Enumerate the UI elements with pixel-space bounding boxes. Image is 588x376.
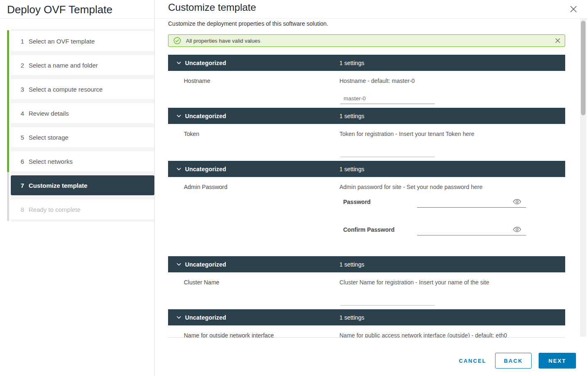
next-button[interactable]: NEXT xyxy=(539,353,576,369)
step-number: 3 xyxy=(20,86,25,93)
section-title: Uncategorized xyxy=(185,60,226,66)
step-label: Review details xyxy=(29,110,69,117)
property-row-cluster-name: Cluster NameCluster Name for registratio… xyxy=(168,272,565,309)
step-label: Select networks xyxy=(29,158,73,165)
property-row-hostname: HostnameHostname - default: master-0 xyxy=(168,71,565,108)
dialog-header-divider xyxy=(0,18,588,19)
cancel-button[interactable]: CANCEL xyxy=(457,358,488,364)
password-input[interactable] xyxy=(417,195,508,207)
step-number: 1 xyxy=(20,38,25,45)
section-title: Uncategorized xyxy=(185,113,226,119)
property-section-5: Uncategorized1 settingsName for outside … xyxy=(168,309,565,338)
password-field-label: Confirm Password xyxy=(343,226,395,233)
property-description: Token for registration - Insert your ten… xyxy=(339,131,474,137)
chevron-down-icon xyxy=(176,167,181,171)
eye-icon[interactable] xyxy=(513,199,521,204)
property-description: Hostname - default: master-0 xyxy=(339,78,415,84)
wizard-step-ready-to-complete: 8Ready to complete xyxy=(11,199,154,219)
confirm-password-input-box xyxy=(417,223,526,235)
banner-dismiss-icon[interactable] xyxy=(554,38,561,44)
section-title: Uncategorized xyxy=(185,314,226,321)
step-label: Customize template xyxy=(29,182,88,189)
scrollbar-thumb[interactable] xyxy=(581,21,586,115)
property-section-1: Uncategorized1 settingsHostnameHostname … xyxy=(168,55,565,108)
property-description: Admin password for site - Set your node … xyxy=(339,184,483,190)
wizard-step-select-networks[interactable]: 6Select networks xyxy=(11,151,154,171)
step-label: Select an OVF template xyxy=(29,38,95,45)
password-field-label: Password xyxy=(343,199,371,205)
wizard-step-select-an-ovf-template[interactable]: 1Select an OVF template xyxy=(11,31,154,51)
progress-completed-bar xyxy=(7,30,9,172)
wizard-step-select-a-name-and-folder[interactable]: 2Select a name and folder xyxy=(11,55,154,75)
step-label: Ready to complete xyxy=(29,206,81,213)
step-number: 5 xyxy=(20,134,25,141)
scrollbar-track[interactable] xyxy=(580,19,586,337)
customize-template-content: All properties have valid values Uncateg… xyxy=(168,34,565,338)
property-label: Cluster Name xyxy=(184,279,220,286)
property-label: Hostname xyxy=(184,78,210,84)
property-section-4: Uncategorized1 settingsCluster NameClust… xyxy=(168,256,565,309)
property-description: Name for public access network interface… xyxy=(339,332,507,338)
property-label: Token xyxy=(184,131,199,137)
step-label: Select storage xyxy=(29,134,68,141)
chevron-down-icon xyxy=(176,61,181,65)
step-number: 6 xyxy=(20,158,25,165)
property-section-3: Uncategorized1 settingsAdmin PasswordAdm… xyxy=(168,161,565,256)
wizard-step-review-details[interactable]: 4Review details xyxy=(11,103,154,123)
property-row-admin-password: Admin PasswordAdmin password for site - … xyxy=(168,177,565,256)
section-settings-count: 1 settings xyxy=(339,314,364,321)
wizard-step-list: 1Select an OVF template2Select a name an… xyxy=(11,29,154,222)
wizard-title: Deploy OVF Template xyxy=(0,0,154,16)
password-input-row: Password xyxy=(343,195,526,208)
step-number: 4 xyxy=(20,110,25,117)
property-section-2: Uncategorized1 settingsTokenToken for re… xyxy=(168,108,565,161)
section-title: Uncategorized xyxy=(185,166,226,172)
banner-message: All properties have valid values xyxy=(186,38,260,44)
section-settings-count: 1 settings xyxy=(339,113,364,119)
step-number: 8 xyxy=(20,206,25,213)
cluster-name-input[interactable] xyxy=(340,297,435,306)
deploy-ovf-template-dialog: Deploy OVF Template 1Select an OVF templ… xyxy=(0,0,588,376)
section-header[interactable]: Uncategorized1 settings xyxy=(168,55,565,71)
confirm-password-input[interactable] xyxy=(417,223,508,235)
section-settings-count: 1 settings xyxy=(339,60,364,66)
property-sections: Uncategorized1 settingsHostnameHostname … xyxy=(168,55,565,338)
chevron-down-icon xyxy=(176,263,181,266)
page-title: Customize template xyxy=(168,2,256,13)
close-icon[interactable] xyxy=(569,5,578,13)
step-label: Select a compute resource xyxy=(29,86,102,93)
check-circle-icon xyxy=(173,37,181,44)
hostname-input[interactable] xyxy=(340,95,435,104)
property-description: Cluster Name for registration - Insert y… xyxy=(339,279,489,286)
validation-banner: All properties have valid values xyxy=(168,34,565,47)
progress-track xyxy=(7,30,9,221)
eye-icon[interactable] xyxy=(513,227,521,232)
section-header[interactable]: Uncategorized1 settings xyxy=(168,161,565,177)
token-input[interactable] xyxy=(340,148,435,157)
wizard-main-pane: Customize template Customize the deploym… xyxy=(155,0,588,376)
back-button[interactable]: BACK xyxy=(495,353,532,369)
page-subtitle: Customize the deployment properties of t… xyxy=(168,20,328,27)
chevron-down-icon xyxy=(176,114,181,118)
confirm-password-input-row: Confirm Password xyxy=(343,223,526,235)
wizard-step-select-a-compute-resource[interactable]: 3Select a compute resource xyxy=(11,79,154,99)
section-header[interactable]: Uncategorized1 settings xyxy=(168,309,565,325)
section-header[interactable]: Uncategorized1 settings xyxy=(168,256,565,272)
step-number: 2 xyxy=(20,62,25,69)
section-settings-count: 1 settings xyxy=(339,261,364,268)
section-settings-count: 1 settings xyxy=(339,166,364,172)
step-label: Select a name and folder xyxy=(29,62,98,69)
chevron-down-icon xyxy=(176,316,181,319)
property-label: Admin Password xyxy=(184,184,227,190)
property-label: Name for outside network interface xyxy=(184,332,274,338)
property-row-token: TokenToken for registration - Insert you… xyxy=(168,124,565,161)
wizard-step-customize-template[interactable]: 7Customize template xyxy=(11,175,154,195)
wizard-step-select-storage[interactable]: 5Select storage xyxy=(11,127,154,147)
wizard-sidebar: Deploy OVF Template 1Select an OVF templ… xyxy=(0,0,155,376)
property-row-name-for-outside-network-interface: Name for outside network interfaceName f… xyxy=(168,325,565,338)
step-number: 7 xyxy=(20,182,25,189)
password-input-box xyxy=(417,195,526,208)
section-title: Uncategorized xyxy=(185,261,226,268)
section-header[interactable]: Uncategorized1 settings xyxy=(168,108,565,124)
wizard-footer: CANCEL BACK NEXT xyxy=(457,353,576,369)
